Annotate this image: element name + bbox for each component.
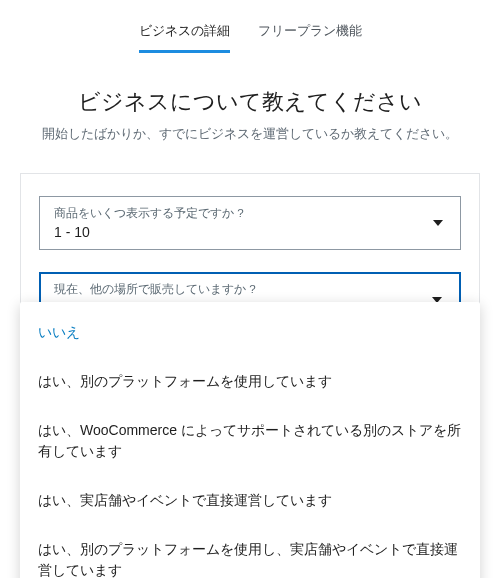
caret-down-icon (430, 215, 446, 231)
dropdown-option-other-platform[interactable]: はい、別のプラットフォームを使用しています (20, 357, 480, 406)
selling-elsewhere-dropdown[interactable]: いいえ はい、別のプラットフォームを使用しています はい、WooCommerce… (20, 302, 480, 578)
dropdown-option-no[interactable]: いいえ (20, 308, 480, 357)
dropdown-option-woocommerce-store[interactable]: はい、WooCommerce によってサポートされている別のストアを所有していま… (20, 406, 480, 476)
selling-elsewhere-select-label: 現在、他の場所で販売していますか ? (54, 282, 424, 297)
page-heading: ビジネスについて教えてください 開始したばかりか、すでにビジネスを運営しているか… (0, 87, 500, 143)
tab-free-plan-features[interactable]: フリープラン機能 (258, 22, 362, 53)
product-count-select[interactable]: 商品をいくつ表示する予定ですか ? 1 - 10 (39, 196, 461, 250)
page-subtitle: 開始したばかりか、すでにビジネスを運営しているか教えてください。 (24, 125, 476, 143)
dropdown-option-platform-and-physical[interactable]: はい、別のプラットフォームを使用し、実店舗やイベントで直接運営しています (20, 525, 480, 578)
product-count-select-value: 1 - 10 (54, 224, 90, 240)
page-title: ビジネスについて教えてください (24, 87, 476, 117)
dropdown-option-physical-store[interactable]: はい、実店舗やイベントで直接運営しています (20, 476, 480, 525)
tab-bar: ビジネスの詳細 フリープラン機能 (0, 0, 500, 53)
tab-business-details[interactable]: ビジネスの詳細 (139, 22, 230, 53)
product-count-select-label: 商品をいくつ表示する予定ですか ? (54, 206, 424, 221)
